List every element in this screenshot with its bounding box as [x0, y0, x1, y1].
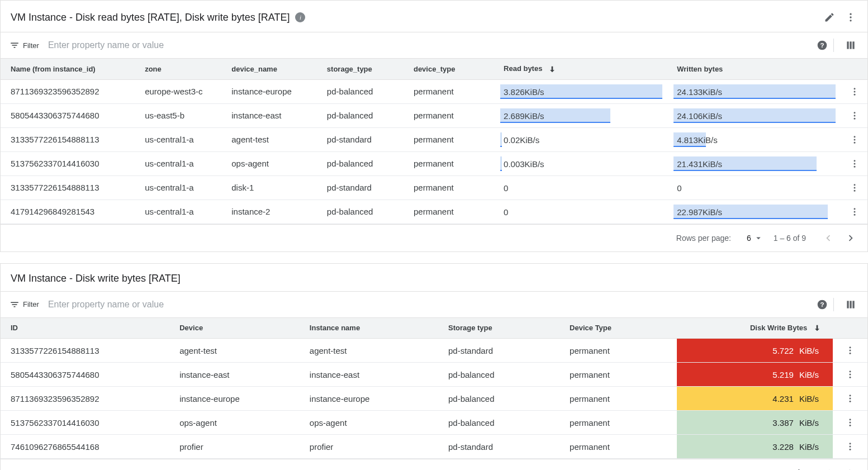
row-menu-button[interactable]	[843, 367, 857, 382]
edit-button[interactable]	[822, 10, 837, 25]
svg-point-24	[853, 211, 855, 212]
cell-device-type: permanent	[408, 175, 495, 200]
panel-title: VM Instance - Disk write bytes [RATE]	[11, 273, 181, 284]
svg-point-0	[850, 13, 851, 15]
table-row[interactable]: 3133577226154888113us-central1-aagent-te…	[1, 127, 867, 151]
prev-page-button[interactable]	[820, 465, 836, 470]
row-menu-button[interactable]	[843, 391, 857, 406]
cell-storage-type: pd-balanced	[321, 79, 408, 103]
col-id[interactable]: ID	[1, 318, 174, 339]
cell-device-type: permanent	[408, 79, 495, 103]
svg-point-39	[849, 401, 851, 402]
col-read-bytes[interactable]: Read bytes	[495, 59, 668, 79]
columns-button[interactable]	[843, 297, 858, 312]
table-row[interactable]: 5137562337014416030us-central1-aops-agen…	[1, 151, 867, 175]
caret-down-icon	[753, 233, 763, 243]
svg-point-22	[853, 189, 855, 191]
row-menu-button[interactable]	[847, 205, 862, 219]
table-row[interactable]: 5805443306375744680us-east5-binstance-ea…	[1, 103, 867, 127]
rows-per-page-select[interactable]: 6	[747, 233, 763, 243]
chevron-right-icon	[845, 232, 857, 244]
col-storage-type[interactable]: Storage type	[443, 318, 564, 339]
cell-id: 5805443306375744680	[1, 363, 174, 387]
row-menu-button[interactable]	[843, 415, 857, 430]
cell-device-type: permanent	[564, 435, 677, 459]
svg-point-42	[849, 425, 851, 426]
cell-read-bytes: 0	[495, 175, 668, 200]
cell-device-name: instance-east	[226, 103, 321, 127]
svg-point-33	[849, 353, 851, 354]
more-options-button[interactable]	[843, 10, 858, 25]
col-write-bytes[interactable]: Disk Write Bytes	[677, 318, 833, 339]
col-device-type[interactable]: device_type	[408, 59, 495, 79]
next-page-button[interactable]	[843, 230, 858, 246]
filter-input[interactable]	[46, 296, 802, 313]
col-instance[interactable]: Instance name	[304, 318, 443, 339]
col-device-type[interactable]: Device Type	[564, 318, 677, 339]
table-row[interactable]: 8711369323596352892europe-west3-cinstanc…	[1, 79, 867, 103]
svg-point-36	[849, 377, 851, 378]
table-row[interactable]: 3133577226154888113agent-testagent-testp…	[1, 339, 867, 363]
cell-name: 5805443306375744680	[1, 103, 139, 127]
cell-device-name: instance-2	[226, 200, 321, 224]
svg-point-41	[849, 422, 851, 424]
cell-written-bytes: 0	[668, 175, 841, 200]
table-row[interactable]: 417914296849281543us-central1-ainstance-…	[1, 200, 867, 224]
svg-rect-28	[847, 301, 848, 308]
cell-device-name: disk-1	[226, 175, 321, 200]
cell-write-bytes: 5.722KiB/s	[677, 339, 833, 363]
cell-device-type: permanent	[564, 387, 677, 411]
svg-point-23	[853, 208, 855, 210]
cell-name: 3133577226154888113	[1, 127, 139, 151]
svg-point-45	[849, 449, 851, 450]
row-menu-button[interactable]	[843, 343, 857, 358]
cell-storage-type: pd-standard	[321, 175, 408, 200]
svg-rect-6	[850, 41, 851, 49]
rows-per-page: Rows per page: 6	[676, 233, 763, 243]
cell-id: 8711369323596352892	[1, 387, 174, 411]
cell-name: 8711369323596352892	[1, 79, 139, 103]
svg-point-43	[849, 443, 851, 444]
col-device-name[interactable]: device_name	[226, 59, 321, 79]
table-read-write: Name (from instance_id) zone device_name…	[1, 59, 867, 224]
table-row[interactable]: 3133577226154888113us-central1-adisk-1pd…	[1, 175, 867, 200]
row-menu-button[interactable]	[843, 439, 857, 454]
columns-button[interactable]	[843, 37, 858, 53]
table-row[interactable]: 8711369323596352892instance-europeinstan…	[1, 387, 867, 411]
cell-read-bytes: 0.003KiB/s	[495, 151, 668, 175]
rows-per-page: Rows per page: 5	[676, 468, 763, 470]
help-button[interactable]: ?	[814, 297, 830, 312]
row-menu-button[interactable]	[847, 84, 862, 99]
col-storage-type[interactable]: storage_type	[321, 59, 408, 79]
row-menu-button[interactable]	[847, 132, 862, 147]
row-menu-button[interactable]	[847, 181, 862, 195]
rows-per-page-select[interactable]: 5	[747, 468, 763, 470]
col-device[interactable]: Device	[174, 318, 304, 339]
table-row[interactable]: 5805443306375744680instance-eastinstance…	[1, 363, 867, 387]
panel-title: VM Instance - Disk read bytes [RATE], Di…	[11, 12, 290, 23]
col-written-bytes[interactable]: Written bytes	[668, 59, 841, 79]
info-icon[interactable]: i	[295, 12, 305, 22]
table-row[interactable]: 7461096276865544168profierprofierpd-stan…	[1, 435, 867, 459]
col-name[interactable]: Name (from instance_id)	[1, 59, 139, 79]
col-zone[interactable]: zone	[139, 59, 226, 79]
svg-point-21	[853, 187, 855, 188]
cell-device-type: permanent	[564, 411, 677, 435]
cell-written-bytes: 4.813KiB/s	[668, 127, 841, 151]
rows-per-page-value: 6	[747, 234, 751, 243]
svg-point-9	[853, 91, 855, 92]
row-menu-button[interactable]	[847, 156, 862, 171]
svg-point-40	[849, 419, 851, 420]
cell-instance-name: agent-test	[304, 339, 443, 363]
help-button[interactable]: ?	[814, 37, 830, 53]
prev-page-button[interactable]	[820, 230, 836, 246]
cell-name: 3133577226154888113	[1, 175, 139, 200]
cell-zone: europe-west3-c	[139, 79, 226, 103]
chevron-left-icon	[822, 232, 834, 244]
next-page-button[interactable]	[843, 465, 858, 470]
row-menu-button[interactable]	[847, 108, 862, 123]
table-row[interactable]: 5137562337014416030ops-agentops-agentpd-…	[1, 411, 867, 435]
page-range: 1 – 6 of 9	[774, 234, 806, 243]
filter-input[interactable]	[46, 37, 802, 54]
svg-point-13	[853, 117, 855, 119]
